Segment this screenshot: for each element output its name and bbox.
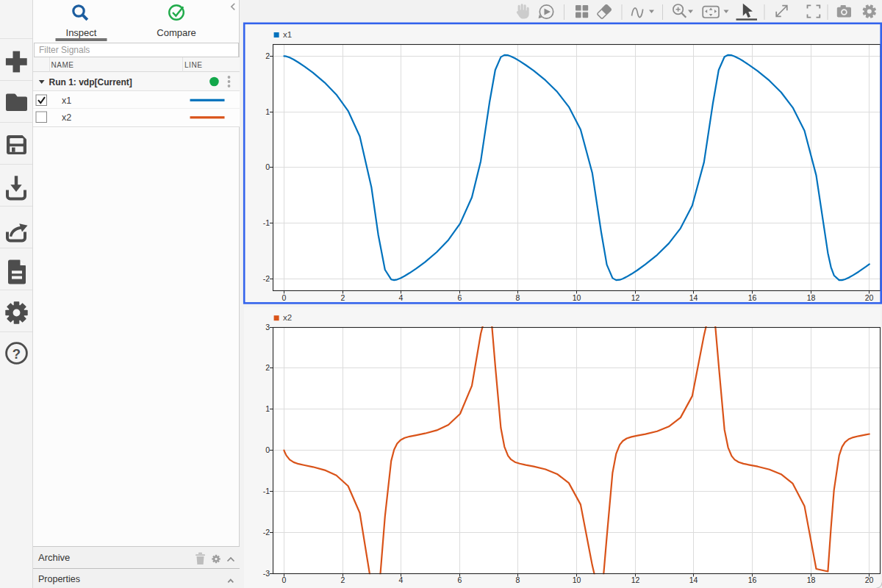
svg-text:8: 8	[516, 293, 520, 302]
svg-text:16: 16	[748, 293, 757, 302]
svg-text:20: 20	[865, 576, 874, 584]
svg-text:4: 4	[399, 576, 404, 584]
svg-text:10: 10	[573, 576, 581, 584]
svg-text:14: 14	[689, 576, 698, 584]
svg-text:2: 2	[341, 576, 345, 584]
svg-text:4: 4	[399, 293, 404, 302]
svg-text:-1: -1	[263, 487, 270, 495]
svg-text:12: 12	[631, 293, 640, 302]
svg-text:x2: x2	[283, 313, 292, 322]
svg-text:x1: x1	[283, 30, 292, 39]
svg-text:x2: x2	[62, 112, 71, 123]
svg-text:1: 1	[265, 404, 270, 413]
svg-text:18: 18	[807, 576, 816, 584]
svg-text:14: 14	[689, 293, 698, 302]
svg-text:?: ?	[12, 346, 21, 362]
svg-text:Compare: Compare	[157, 27, 196, 38]
svg-text:x1: x1	[62, 96, 71, 106]
svg-text:16: 16	[748, 576, 757, 584]
svg-text:Inspect: Inspect	[66, 27, 97, 38]
svg-text:0: 0	[265, 162, 270, 171]
svg-text:10: 10	[573, 293, 581, 302]
svg-text:1: 1	[265, 107, 270, 116]
svg-text:0: 0	[265, 445, 270, 454]
svg-text:0: 0	[282, 576, 287, 584]
svg-text:-2: -2	[263, 274, 270, 283]
svg-text:6: 6	[458, 576, 462, 584]
svg-text:-1: -1	[263, 218, 270, 227]
svg-text:2: 2	[265, 363, 270, 372]
svg-text:2: 2	[265, 51, 270, 60]
svg-text:20: 20	[865, 293, 874, 302]
svg-text:Run 1: vdp[Current]: Run 1: vdp[Current]	[49, 77, 132, 87]
svg-text:8: 8	[516, 576, 520, 584]
svg-text:6: 6	[458, 293, 462, 302]
svg-text:0: 0	[282, 293, 287, 302]
svg-text:-3: -3	[263, 569, 270, 578]
svg-text:18: 18	[807, 293, 816, 302]
svg-text:2: 2	[341, 293, 345, 302]
svg-text:-2: -2	[263, 528, 270, 537]
svg-text:12: 12	[631, 576, 640, 584]
svg-text:3: 3	[265, 323, 270, 331]
